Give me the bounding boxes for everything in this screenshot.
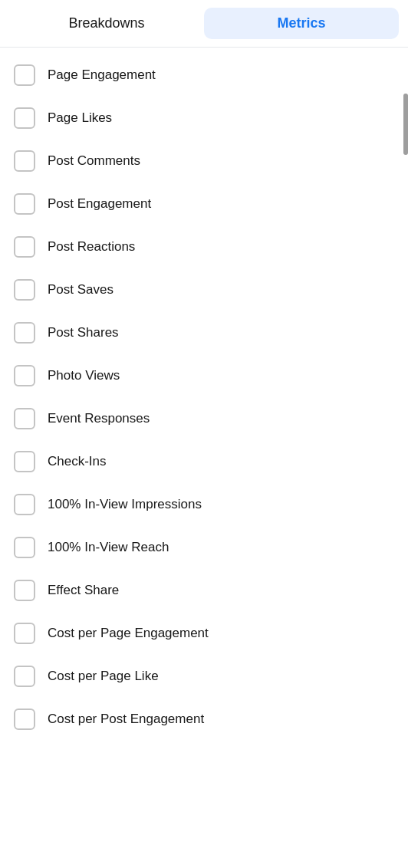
tab-metrics[interactable]: Metrics <box>204 8 399 39</box>
scrollbar[interactable] <box>403 94 408 155</box>
label-event-responses: Event Responses <box>48 411 150 426</box>
list-item-100-in-view-reach[interactable]: 100% In-View Reach <box>0 526 408 569</box>
checkbox-100-in-view-reach[interactable] <box>14 537 35 558</box>
label-post-reactions: Post Reactions <box>48 239 135 255</box>
checkbox-event-responses[interactable] <box>14 408 35 429</box>
label-page-likes: Page Likes <box>48 110 112 126</box>
label-cost-per-post-engagement: Cost per Post Engagement <box>48 712 204 727</box>
list-item-effect-share[interactable]: Effect Share <box>0 569 408 612</box>
label-post-saves: Post Saves <box>48 282 114 298</box>
label-check-ins: Check-Ins <box>48 454 107 469</box>
checkbox-page-engagement[interactable] <box>14 64 35 86</box>
checkbox-post-reactions[interactable] <box>14 236 35 258</box>
checkbox-cost-per-page-engagement[interactable] <box>14 623 35 644</box>
list-item-post-saves[interactable]: Post Saves <box>0 268 408 311</box>
label-post-comments: Post Comments <box>48 153 140 169</box>
label-post-engagement: Post Engagement <box>48 196 151 212</box>
checkbox-photo-views[interactable] <box>14 365 35 386</box>
list-item-post-reactions[interactable]: Post Reactions <box>0 225 408 268</box>
label-100-in-view-reach: 100% In-View Reach <box>48 540 169 555</box>
checkbox-page-likes[interactable] <box>14 107 35 129</box>
label-post-shares: Post Shares <box>48 325 119 340</box>
checkbox-post-comments[interactable] <box>14 150 35 172</box>
list-item-cost-per-page-engagement[interactable]: Cost per Page Engagement <box>0 612 408 655</box>
list-container: Page EngagementPage LikesPost CommentsPo… <box>0 48 408 747</box>
checkbox-effect-share[interactable] <box>14 580 35 601</box>
checkbox-cost-per-page-like[interactable] <box>14 666 35 687</box>
list-item-check-ins[interactable]: Check-Ins <box>0 440 408 483</box>
list-item-photo-views[interactable]: Photo Views <box>0 354 408 397</box>
list-item-post-engagement[interactable]: Post Engagement <box>0 182 408 225</box>
label-cost-per-page-engagement: Cost per Page Engagement <box>48 626 209 641</box>
checkbox-cost-per-post-engagement[interactable] <box>14 709 35 730</box>
list-item-post-shares[interactable]: Post Shares <box>0 311 408 354</box>
label-effect-share: Effect Share <box>48 583 119 598</box>
checkbox-post-saves[interactable] <box>14 279 35 301</box>
checkbox-100-in-view-impressions[interactable] <box>14 494 35 515</box>
checkbox-post-engagement[interactable] <box>14 193 35 215</box>
tab-bar: Breakdowns Metrics <box>0 0 408 48</box>
label-page-engagement: Page Engagement <box>48 67 156 83</box>
list-item-event-responses[interactable]: Event Responses <box>0 397 408 440</box>
tab-breakdowns[interactable]: Breakdowns <box>9 8 204 39</box>
checkbox-post-shares[interactable] <box>14 322 35 344</box>
label-100-in-view-impressions: 100% In-View Impressions <box>48 497 202 512</box>
list-item-cost-per-post-engagement[interactable]: Cost per Post Engagement <box>0 698 408 741</box>
checkbox-check-ins[interactable] <box>14 451 35 472</box>
list-item-page-engagement[interactable]: Page Engagement <box>0 54 408 97</box>
list-item-page-likes[interactable]: Page Likes <box>0 97 408 140</box>
label-photo-views: Photo Views <box>48 368 120 383</box>
list-item-100-in-view-impressions[interactable]: 100% In-View Impressions <box>0 483 408 526</box>
list-item-post-comments[interactable]: Post Comments <box>0 140 408 182</box>
label-cost-per-page-like: Cost per Page Like <box>48 669 159 684</box>
list-item-cost-per-page-like[interactable]: Cost per Page Like <box>0 655 408 698</box>
